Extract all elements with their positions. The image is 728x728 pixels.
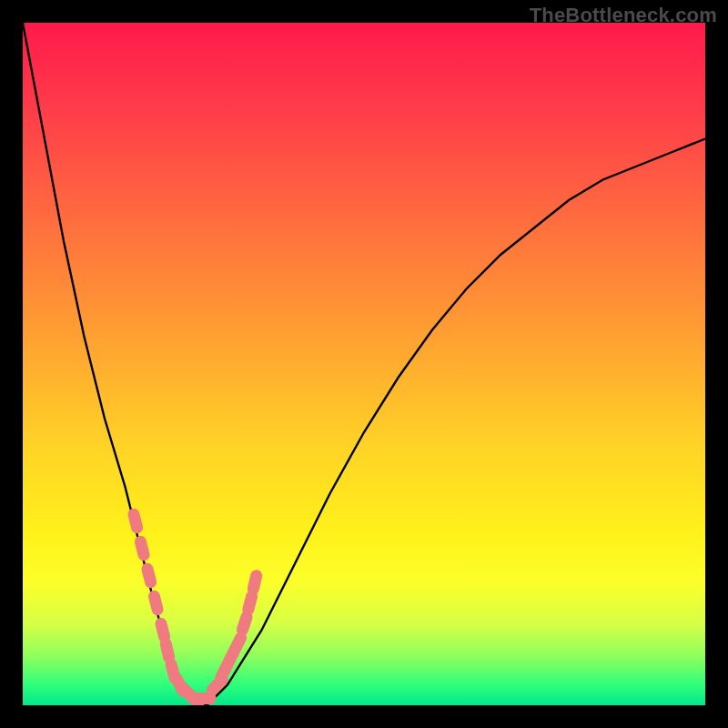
marker-point [140,561,157,589]
marker-point [134,534,151,561]
marker-layer [126,507,263,705]
marker-point [126,507,144,534]
chart-svg [23,23,705,705]
marker-point [246,569,263,596]
marker-point [147,589,165,616]
watermark-text: TheBottleneck.com [530,4,717,27]
curve-layer [23,23,705,705]
bottleneck-curve [23,23,705,705]
outer-frame: TheBottleneck.com [0,0,728,728]
plot-area [23,23,705,705]
